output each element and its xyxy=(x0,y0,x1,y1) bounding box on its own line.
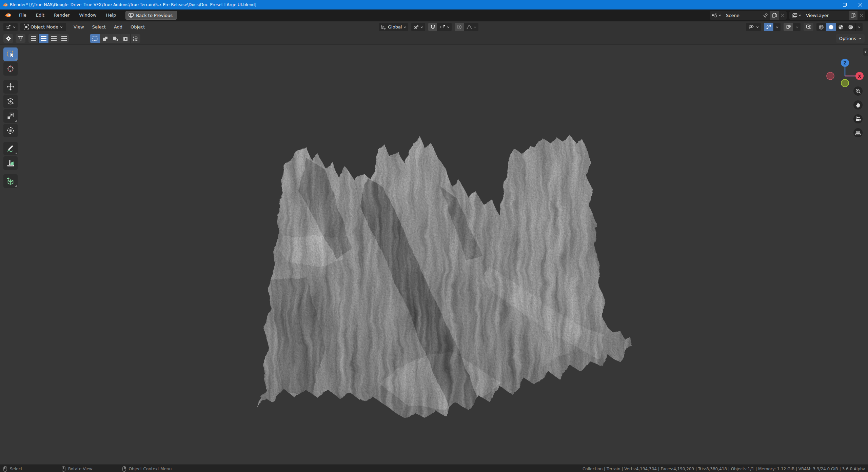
select-mode-subtract[interactable] xyxy=(110,34,120,43)
zoom-in-icon xyxy=(855,88,861,94)
toggle-ortho-grid-icon xyxy=(855,131,861,135)
shading-rendered-button[interactable] xyxy=(846,23,856,31)
list-bars-icon xyxy=(41,36,46,41)
toggle-ortho-button[interactable] xyxy=(853,128,863,137)
tool-annotate[interactable] xyxy=(3,142,18,155)
snap-toggle-button[interactable] xyxy=(428,23,438,31)
show-gizmo-toggle[interactable] xyxy=(764,23,774,31)
select-mode-intersect[interactable] xyxy=(131,34,140,43)
gizmo-axis-neg-x[interactable] xyxy=(827,72,834,80)
camera-view-button[interactable] xyxy=(853,114,863,123)
tool-scale[interactable] xyxy=(3,109,18,123)
rotate-tool-icon xyxy=(6,97,15,105)
back-to-previous-button[interactable]: Back to Previous xyxy=(125,11,177,20)
menu-window[interactable]: Window xyxy=(74,9,101,21)
terrain-mesh[interactable] xyxy=(0,45,868,465)
menu-render[interactable]: Render xyxy=(49,9,74,21)
zoom-button[interactable] xyxy=(853,86,863,96)
density-option-1[interactable] xyxy=(28,34,39,43)
tool-measure[interactable] xyxy=(3,156,18,170)
gizmo-z-line xyxy=(845,67,856,76)
chevron-down-icon xyxy=(776,26,778,28)
density-option-4[interactable] xyxy=(59,34,69,43)
window-titlebar: Blender* [\\True-NAS\Google_Drive_True-V… xyxy=(0,0,868,9)
xray-toggle[interactable] xyxy=(804,23,813,31)
select-mode-extend[interactable] xyxy=(100,34,110,43)
proportional-edit-controls xyxy=(455,23,478,31)
scene-browse-button[interactable] xyxy=(710,11,723,20)
menu-help[interactable]: Help xyxy=(101,9,121,21)
tool-transform[interactable] xyxy=(3,124,18,137)
overlays-settings-dropdown[interactable] xyxy=(794,23,801,31)
pin-icon xyxy=(763,13,768,18)
options-dropdown[interactable]: Options xyxy=(836,34,865,43)
tool-settings-button[interactable] xyxy=(3,34,13,43)
proportional-falloff-dropdown[interactable] xyxy=(464,23,478,31)
view-layer-remove-button[interactable] xyxy=(857,11,865,20)
menu-file[interactable]: File xyxy=(14,9,31,21)
tool-add-cube[interactable] xyxy=(3,174,18,188)
menu-object[interactable]: Object xyxy=(126,21,149,33)
pivot-point-dropdown[interactable] xyxy=(411,23,425,31)
tool-move[interactable] xyxy=(3,80,18,94)
restore-icon xyxy=(843,3,847,7)
hint-label: Object Context Menu xyxy=(129,467,172,471)
sidebar-collapse-tab[interactable] xyxy=(863,48,868,56)
select-mode-set[interactable] xyxy=(90,34,100,43)
proportional-edit-toggle[interactable] xyxy=(455,23,464,31)
minimize-button[interactable] xyxy=(821,0,837,9)
mode-label: Object Mode xyxy=(31,24,58,29)
navigation-gizmo[interactable]: X Z xyxy=(824,52,865,90)
statusbar-hint-rotate: Rotate View xyxy=(62,466,93,472)
orientation-dropdown[interactable]: Global xyxy=(379,23,408,31)
close-button[interactable] xyxy=(852,0,868,9)
editor-type-icon xyxy=(5,24,11,29)
shading-solid-button[interactable] xyxy=(826,23,836,31)
select-mode-invert[interactable] xyxy=(120,34,131,43)
scene-new-button[interactable] xyxy=(770,11,779,20)
shading-wireframe-button[interactable] xyxy=(816,23,826,31)
editor-type-button[interactable] xyxy=(3,23,18,31)
menu-add[interactable]: Add xyxy=(110,21,126,33)
chevron-down-icon xyxy=(756,26,759,28)
density-option-2[interactable] xyxy=(39,34,49,43)
statusbar-hint-select: Select xyxy=(3,466,22,472)
menu-edit[interactable]: Edit xyxy=(31,9,49,21)
gizmo-settings-dropdown[interactable] xyxy=(774,23,781,31)
tool-select-box[interactable] xyxy=(3,47,18,61)
select-extend-icon xyxy=(102,36,108,41)
scene-pin-button[interactable] xyxy=(761,11,770,20)
scene-unlink-button[interactable] xyxy=(779,11,787,20)
menu-view[interactable]: View xyxy=(70,21,88,33)
hint-label: Rotate View xyxy=(68,467,93,471)
view-layer-new-button[interactable] xyxy=(849,11,857,20)
list-bars-icon xyxy=(31,36,36,41)
mode-dropdown[interactable]: Object Mode xyxy=(20,23,66,31)
menu-select[interactable]: Select xyxy=(88,21,110,33)
view-layer-name[interactable]: ViewLayer xyxy=(803,11,849,20)
blender-logo-icon[interactable] xyxy=(4,13,12,18)
orientation-label: Global xyxy=(388,24,402,29)
show-overlays-toggle[interactable] xyxy=(784,23,794,31)
viewport-3d[interactable]: X Z xyxy=(0,45,868,465)
visibility-dropdown[interactable] xyxy=(746,23,761,31)
close-icon xyxy=(859,3,862,7)
view-layer-browse-button[interactable] xyxy=(789,11,803,20)
collapse-arrow-icon xyxy=(864,50,867,54)
statusbar-hint-context-menu: Object Context Menu xyxy=(122,466,172,472)
chevron-down-icon xyxy=(798,14,801,16)
pan-button[interactable] xyxy=(853,100,863,110)
shading-material-button[interactable] xyxy=(836,23,846,31)
shading-settings-dropdown[interactable] xyxy=(856,23,863,31)
orientation-axes-icon xyxy=(381,24,386,29)
tool-rotate[interactable] xyxy=(3,95,18,108)
density-option-3[interactable] xyxy=(49,34,59,43)
snap-settings-button[interactable] xyxy=(438,23,452,31)
scene-name[interactable]: Scene xyxy=(723,11,761,20)
filter-button[interactable] xyxy=(16,34,25,43)
maximize-button[interactable] xyxy=(837,0,852,9)
chevron-down-icon xyxy=(13,26,16,28)
tool-cursor[interactable] xyxy=(3,62,18,76)
material-shading-icon xyxy=(838,24,844,30)
gizmo-axis-neg-y[interactable] xyxy=(841,79,849,87)
